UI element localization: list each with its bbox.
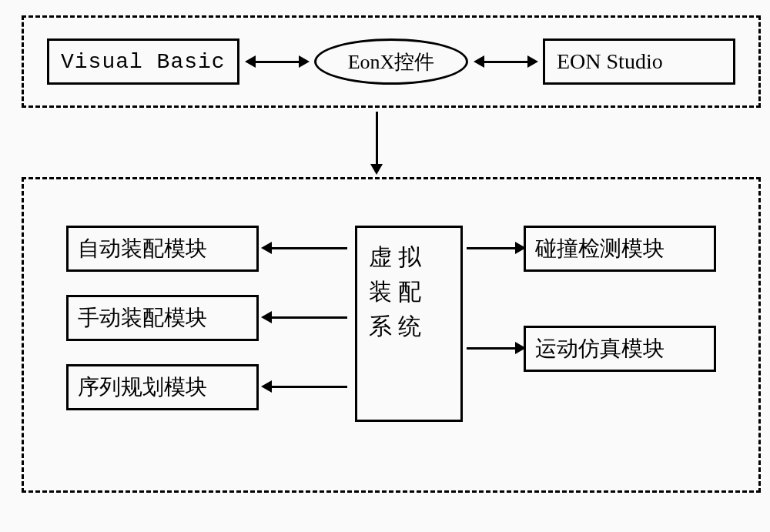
- eon-studio-label: EON Studio: [557, 49, 663, 74]
- eonx-label: EonX控件: [348, 49, 435, 75]
- auto-assembly-module-box: 自动装配模块: [66, 226, 259, 272]
- arrow-to-manual: [270, 316, 347, 319]
- right-modules-column: 碰撞检测模块 运动仿真模块: [524, 226, 716, 426]
- sequence-planning-module-box: 序列规划模块: [66, 364, 259, 410]
- collision-detection-label: 碰撞检测模块: [535, 234, 665, 263]
- arrow-to-motion: [467, 347, 517, 350]
- visual-basic-box: Visual Basic: [47, 38, 239, 85]
- arrow-to-auto: [270, 247, 347, 249]
- virtual-assembly-system-box: 虚 拟 装 配 系 统: [355, 226, 463, 422]
- auto-assembly-label: 自动装配模块: [78, 234, 207, 263]
- arrow-top-to-bottom: [376, 112, 378, 166]
- arrow-vb-eonx: [254, 61, 300, 63]
- vas-line1: 虚 拟: [369, 239, 421, 274]
- motion-simulation-label: 运动仿真模块: [535, 334, 665, 363]
- vas-line3: 系 统: [369, 309, 421, 343]
- bottom-group-container: 自动装配模块 手动装配模块 序列规划模块 虚 拟 装 配 系 统 碰撞检测模块 …: [22, 177, 761, 493]
- eonx-ellipse: EonX控件: [314, 38, 468, 85]
- left-modules-column: 自动装配模块 手动装配模块 序列规划模块: [66, 226, 259, 433]
- manual-assembly-module-box: 手动装配模块: [66, 295, 259, 341]
- collision-detection-module-box: 碰撞检测模块: [524, 226, 716, 272]
- manual-assembly-label: 手动装配模块: [78, 303, 207, 333]
- motion-simulation-module-box: 运动仿真模块: [524, 326, 716, 372]
- eon-studio-box: EON Studio: [543, 38, 735, 85]
- arrow-to-sequence: [270, 386, 347, 388]
- sequence-planning-label: 序列规划模块: [78, 373, 207, 402]
- top-group-container: Visual Basic EonX控件 EON Studio: [22, 15, 761, 108]
- arrow-eonx-eonstudio: [483, 61, 529, 63]
- visual-basic-label: Visual Basic: [61, 50, 226, 74]
- arrow-to-collision: [467, 247, 517, 249]
- vas-line2: 装 配: [369, 274, 421, 309]
